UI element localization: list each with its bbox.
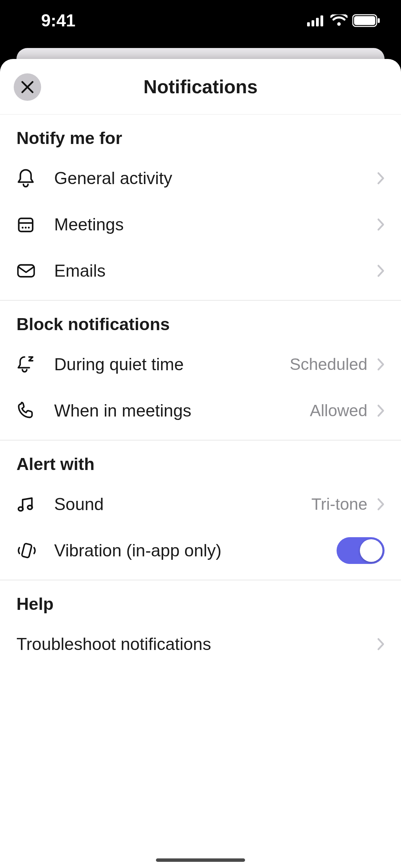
status-icons xyxy=(307,14,380,27)
row-value: Allowed xyxy=(310,401,367,420)
page-title: Notifications xyxy=(143,76,257,98)
row-general-activity[interactable]: General activity xyxy=(0,155,401,201)
row-quiet-time[interactable]: During quiet time Scheduled xyxy=(0,341,401,387)
chevron-right-icon xyxy=(377,638,385,651)
status-time: 9:41 xyxy=(41,11,75,31)
cellular-icon xyxy=(307,15,326,26)
row-label: Vibration (in-app only) xyxy=(54,541,337,560)
vibration-toggle[interactable] xyxy=(337,537,385,564)
close-icon xyxy=(20,80,35,94)
sheet-content: Notify me for General activity xyxy=(0,114,401,868)
row-label: Meetings xyxy=(54,215,377,234)
toggle-knob xyxy=(360,539,382,562)
svg-point-13 xyxy=(19,507,23,510)
svg-rect-15 xyxy=(22,543,32,558)
calendar-icon xyxy=(16,215,35,234)
row-meetings[interactable]: Meetings xyxy=(0,201,401,248)
section-header-block: Block notifications xyxy=(0,301,401,341)
wifi-icon xyxy=(330,14,348,27)
svg-rect-5 xyxy=(354,16,375,25)
chevron-right-icon xyxy=(377,358,385,371)
row-when-in-meetings[interactable]: When in meetings Allowed xyxy=(0,387,401,434)
svg-point-10 xyxy=(25,227,26,228)
chevron-right-icon xyxy=(377,498,385,511)
battery-icon xyxy=(352,14,380,27)
svg-rect-3 xyxy=(320,15,323,26)
music-icon xyxy=(16,495,35,514)
svg-rect-6 xyxy=(378,18,380,23)
row-label: Emails xyxy=(54,261,377,281)
svg-rect-0 xyxy=(307,22,310,26)
row-value: Tri-tone xyxy=(311,495,367,514)
row-label: General activity xyxy=(54,168,377,188)
vibration-icon xyxy=(16,542,37,559)
svg-point-11 xyxy=(28,227,29,228)
notifications-sheet: Notifications Notify me for General acti… xyxy=(0,59,401,868)
row-sound[interactable]: Sound Tri-tone xyxy=(0,481,401,527)
svg-rect-12 xyxy=(18,265,34,276)
section-header-notify: Notify me for xyxy=(0,114,401,155)
phone-icon xyxy=(16,402,34,420)
row-emails[interactable]: Emails xyxy=(0,248,401,294)
row-troubleshoot[interactable]: Troubleshoot notifications xyxy=(0,621,401,667)
chevron-right-icon xyxy=(377,264,385,277)
close-button[interactable] xyxy=(14,73,41,101)
svg-rect-1 xyxy=(312,20,314,26)
status-bar: 9:41 xyxy=(0,0,401,48)
chevron-right-icon xyxy=(377,404,385,417)
mail-icon xyxy=(16,263,36,278)
chevron-right-icon xyxy=(377,172,385,185)
sheet-header: Notifications xyxy=(0,59,401,114)
row-label: During quiet time xyxy=(54,354,290,374)
row-label: Sound xyxy=(54,494,311,514)
bell-icon xyxy=(16,168,35,188)
bell-snooze-icon xyxy=(16,354,36,374)
section-header-help: Help xyxy=(0,580,401,621)
home-indicator[interactable] xyxy=(156,858,245,862)
row-vibration: Vibration (in-app only) xyxy=(0,527,401,574)
svg-rect-7 xyxy=(19,218,33,231)
svg-point-14 xyxy=(28,505,33,509)
row-value: Scheduled xyxy=(290,355,367,374)
svg-rect-2 xyxy=(316,18,319,26)
row-label: Troubleshoot notifications xyxy=(16,634,377,654)
row-label: When in meetings xyxy=(54,401,310,421)
section-header-alert: Alert with xyxy=(0,441,401,481)
svg-point-9 xyxy=(22,227,23,228)
chevron-right-icon xyxy=(377,218,385,231)
